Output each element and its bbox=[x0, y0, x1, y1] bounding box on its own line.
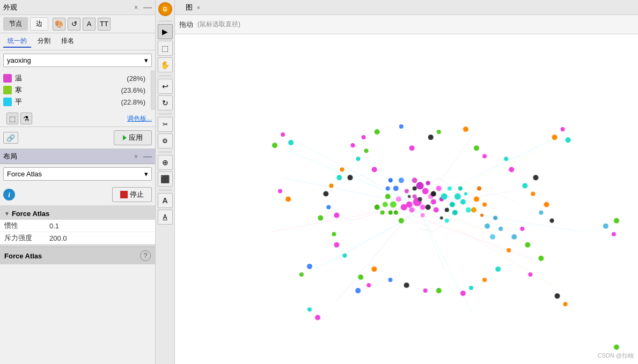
svg-point-144 bbox=[278, 189, 282, 193]
svg-point-171 bbox=[399, 124, 403, 129]
svg-point-150 bbox=[509, 167, 514, 172]
svg-point-151 bbox=[539, 211, 543, 215]
appearance-dropdown[interactable]: yaoxing ▾ bbox=[3, 54, 152, 67]
svg-point-131 bbox=[560, 127, 564, 131]
drag-label: 拖动 bbox=[179, 20, 193, 29]
rect-select-tool-btn[interactable]: ⬚ bbox=[158, 41, 173, 56]
svg-point-92 bbox=[474, 196, 479, 202]
apply-triangle-icon bbox=[123, 135, 127, 140]
svg-point-107 bbox=[356, 157, 360, 161]
gephi-logo-area: G bbox=[158, 2, 172, 16]
appearance-header: 外观 × — bbox=[0, 0, 155, 15]
pan-tool-btn[interactable]: ✋ bbox=[158, 57, 173, 72]
svg-point-66 bbox=[412, 177, 417, 183]
svg-point-109 bbox=[340, 167, 344, 172]
svg-point-94 bbox=[471, 207, 476, 213]
svg-line-18 bbox=[444, 199, 450, 216]
bottom-bar-title: Force Atlas bbox=[4, 252, 42, 260]
color-swatch-2 bbox=[3, 98, 12, 106]
svg-point-88 bbox=[413, 186, 417, 190]
sub-tab-unified[interactable]: 统一的 bbox=[3, 35, 31, 48]
filter-icon[interactable]: ⚗ bbox=[20, 113, 32, 124]
graph-tab[interactable]: 图 × bbox=[179, 1, 207, 14]
box-tool-btn[interactable]: ⬛ bbox=[158, 172, 173, 187]
appearance-minimize-icon[interactable]: — bbox=[143, 3, 152, 12]
svg-line-42 bbox=[552, 285, 568, 301]
group-tool-btn[interactable]: ⊕ bbox=[158, 155, 173, 170]
svg-point-115 bbox=[522, 183, 527, 188]
svg-point-65 bbox=[421, 213, 425, 218]
svg-point-84 bbox=[374, 205, 379, 210]
force-atlas-title-row[interactable]: ▼ Force Atlas bbox=[0, 207, 155, 220]
tab-nodes[interactable]: 节点 bbox=[3, 17, 28, 31]
svg-line-24 bbox=[439, 177, 455, 188]
svg-point-172 bbox=[409, 145, 415, 151]
select-tool-btn[interactable]: ▶ bbox=[158, 24, 173, 39]
left-panel: 外观 × — 节点 边 🎨 ↺ A TT 统一的 分割 排名 yaoxing bbox=[0, 0, 156, 364]
apply-button[interactable]: 应用 bbox=[114, 130, 152, 145]
color-pct-1: (23.6%) bbox=[121, 86, 145, 94]
svg-point-140 bbox=[307, 307, 312, 311]
svg-point-76 bbox=[464, 192, 467, 195]
svg-point-78 bbox=[393, 211, 398, 215]
stop-button[interactable]: 停止 bbox=[112, 187, 152, 202]
svg-point-149 bbox=[504, 157, 508, 161]
svg-point-72 bbox=[445, 219, 449, 223]
svg-point-96 bbox=[480, 214, 483, 217]
appearance-close-icon[interactable]: × bbox=[134, 4, 138, 11]
svg-line-48 bbox=[428, 129, 476, 199]
svg-line-45 bbox=[315, 210, 423, 269]
apply-label: 应用 bbox=[129, 133, 143, 143]
svg-point-118 bbox=[511, 234, 517, 240]
svg-point-95 bbox=[482, 203, 487, 207]
graph-tab-close[interactable]: × bbox=[197, 4, 200, 11]
svg-point-106 bbox=[364, 148, 368, 153]
layout-dropdown[interactable]: Force Atlas ▾ bbox=[3, 167, 152, 181]
palette-row: ⬚ ⚗ 调色板... bbox=[0, 110, 155, 127]
sub-tab-rank[interactable]: 排名 bbox=[57, 35, 78, 48]
svg-point-155 bbox=[528, 272, 532, 277]
svg-point-89 bbox=[408, 195, 411, 198]
svg-point-98 bbox=[388, 178, 392, 182]
font-icon[interactable]: A bbox=[83, 18, 96, 31]
svg-point-119 bbox=[520, 227, 524, 231]
sub-tab-split[interactable]: 分割 bbox=[33, 35, 55, 48]
cut-tool-btn[interactable]: ✂ bbox=[158, 117, 173, 132]
rotate-tool-btn[interactable]: ↻ bbox=[158, 95, 173, 110]
link-icon[interactable]: 🔗 bbox=[3, 132, 18, 144]
graph-tab-label: 图 bbox=[186, 3, 193, 11]
svg-point-146 bbox=[428, 135, 434, 140]
info-icon[interactable]: i bbox=[3, 189, 15, 200]
color-label-2: 平 bbox=[15, 97, 118, 107]
palette-link[interactable]: 调色板... bbox=[127, 114, 152, 123]
layout-minimize-icon[interactable]: — bbox=[143, 152, 152, 161]
svg-line-31 bbox=[455, 145, 476, 161]
svg-point-102 bbox=[493, 216, 497, 220]
label2-tool-btn[interactable]: A bbox=[158, 210, 173, 225]
color-pct-2: (22.8%) bbox=[121, 98, 145, 106]
layout-close-icon[interactable]: × bbox=[134, 153, 138, 160]
main-tab-bar: 图 × bbox=[175, 0, 638, 15]
svg-line-33 bbox=[498, 194, 519, 204]
svg-point-126 bbox=[355, 288, 361, 293]
svg-point-67 bbox=[441, 193, 448, 199]
help-icon[interactable]: ? bbox=[140, 250, 151, 261]
undo-tool-btn[interactable]: ↩ bbox=[158, 79, 173, 94]
export-icon[interactable]: ⬚ bbox=[6, 113, 18, 124]
svg-point-141 bbox=[307, 264, 312, 269]
color-icon[interactable]: 🎨 bbox=[53, 18, 65, 31]
svg-point-69 bbox=[448, 186, 452, 190]
svg-point-135 bbox=[614, 218, 619, 224]
connect-tool-btn[interactable]: ⚙ bbox=[158, 133, 173, 148]
appearance-toolbar-icons: 🎨 ↺ A TT bbox=[53, 18, 111, 31]
refresh-icon[interactable]: ↺ bbox=[68, 18, 80, 31]
svg-line-32 bbox=[498, 188, 525, 194]
scrollbar[interactable] bbox=[151, 70, 155, 110]
label-tool-btn[interactable]: A bbox=[158, 193, 173, 208]
graph-canvas[interactable]: CSDN @扣柚 bbox=[175, 34, 638, 364]
svg-point-152 bbox=[544, 202, 549, 207]
svg-point-128 bbox=[281, 132, 285, 137]
tab-edges[interactable]: 边 bbox=[30, 17, 48, 31]
svg-point-113 bbox=[474, 145, 479, 151]
size-icon[interactable]: TT bbox=[98, 18, 111, 31]
